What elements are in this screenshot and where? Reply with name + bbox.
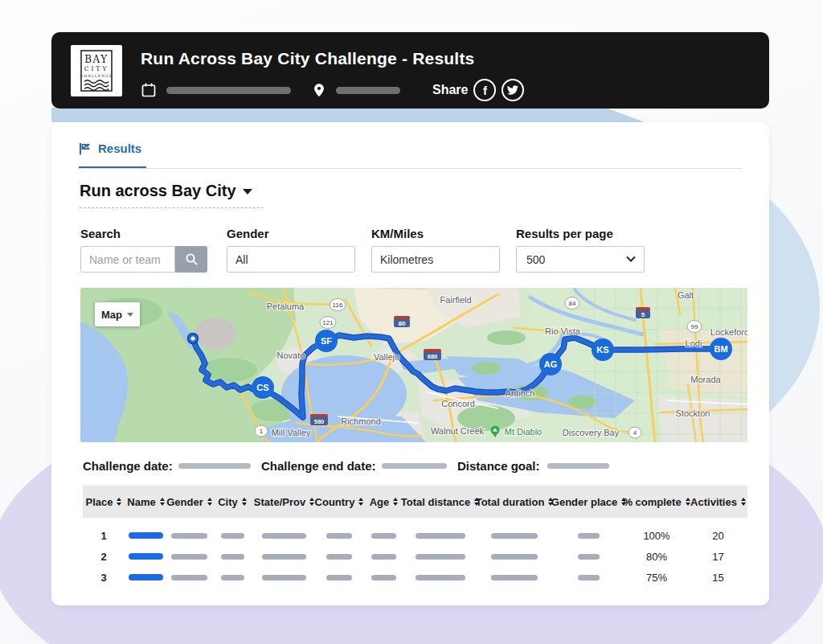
tab-results-label: Results <box>98 142 141 155</box>
map-label-lodi: Lodi <box>686 338 702 348</box>
table-row[interactable]: 3 75% 15 <box>83 567 747 588</box>
page: BAY CITY CHALLENGE Run Across Bay City C… <box>0 0 823 644</box>
tab-results[interactable]: Results <box>79 142 141 155</box>
map-label-novato: Novato <box>277 351 305 360</box>
svg-text:580: 580 <box>314 418 325 425</box>
per-page-select[interactable]: 500 <box>516 246 645 273</box>
city-placeholder-bar <box>221 533 244 539</box>
sort-icon <box>393 498 398 506</box>
location-pin-icon <box>312 82 326 98</box>
map-label-rio-vista: Rio Vista <box>545 326 581 336</box>
column-header-state[interactable]: State/Prov <box>253 496 315 508</box>
interstate-shield-580: 580 <box>310 414 328 425</box>
svg-text:5: 5 <box>641 311 645 318</box>
tab-divider <box>79 168 742 169</box>
svg-text:BM: BM <box>714 344 727 354</box>
column-header-name[interactable]: Name <box>125 496 167 508</box>
country-placeholder-bar <box>326 575 352 580</box>
age-placeholder-bar <box>371 575 396 580</box>
map-label-mill-valley: Mill Valley <box>272 428 311 437</box>
svg-text:KS: KS <box>596 345 608 355</box>
challenge-title-dropdown[interactable]: Run across Bay City <box>80 182 264 208</box>
map-label-concord: Concord <box>441 399 475 408</box>
units-label: KM/Miles <box>371 227 424 240</box>
city-placeholder-bar <box>221 554 244 560</box>
distance-goal-label: Distance goal: <box>457 459 540 473</box>
column-header-percent-complete[interactable]: % complete <box>624 496 689 508</box>
percent-complete-cell: 75% <box>624 572 689 584</box>
interstate-shield-680: 680 <box>424 349 441 360</box>
table-row[interactable]: 2 80% 17 <box>83 546 747 567</box>
results-card: Results Run across Bay City Search Gende… <box>51 122 769 605</box>
challenge-end-date-bar <box>382 463 447 469</box>
logo-graphic: BAY CITY CHALLENGE <box>71 45 122 96</box>
name-placeholder-bar <box>129 574 163 580</box>
caret-down-icon <box>243 189 252 195</box>
gender-place-placeholder-bar <box>578 554 600 560</box>
milestone-marker-bm[interactable]: BM <box>710 338 732 360</box>
twitter-icon <box>507 85 518 95</box>
duration-placeholder-bar <box>491 533 538 539</box>
milestone-marker-ag[interactable]: AG <box>539 353 562 375</box>
route-start-marker[interactable] <box>188 334 199 344</box>
map-label-morada: Morada <box>690 375 721 384</box>
map-canvas: 116 121 84 99 1 4 <box>80 288 747 442</box>
activities-cell: 17 <box>689 551 747 563</box>
name-placeholder-bar <box>129 553 163 560</box>
svg-text:121: 121 <box>322 319 334 326</box>
svg-text:Mt Diablo: Mt Diablo <box>505 427 542 437</box>
column-header-age[interactable]: Age <box>363 496 404 508</box>
map-type-button[interactable]: Map <box>95 302 140 326</box>
distance-placeholder-bar <box>416 575 465 580</box>
facebook-share-button[interactable]: f <box>473 79 496 101</box>
distance-placeholder-bar <box>416 533 465 539</box>
gender-input[interactable] <box>227 246 355 273</box>
column-header-city[interactable]: City <box>211 496 253 508</box>
gender-place-placeholder-bar <box>578 533 600 539</box>
column-header-country[interactable]: Country <box>315 496 363 508</box>
column-header-total-duration[interactable]: Total duration <box>476 496 553 508</box>
highway-shield-121: 121 <box>320 317 336 329</box>
search-icon <box>185 252 199 266</box>
background-blob-wedge <box>51 108 646 122</box>
challenge-date-label: Challenge date: <box>83 459 173 473</box>
highway-shield-84: 84 <box>565 297 579 310</box>
table-row[interactable]: 1 100% 20 <box>83 525 747 546</box>
location-placeholder-bar <box>336 87 400 94</box>
svg-text:680: 680 <box>428 353 438 360</box>
interstate-shield-80: 80 <box>394 316 410 327</box>
duration-placeholder-bar <box>491 575 538 580</box>
milestone-marker-cs[interactable]: CS <box>252 376 274 399</box>
column-header-gender[interactable]: Gender <box>167 496 211 508</box>
map-label-vallejo: Vallejo <box>374 352 399 362</box>
column-header-activities[interactable]: Activities <box>689 496 747 508</box>
route-map[interactable]: 116 121 84 99 1 4 <box>80 288 747 442</box>
sort-icon <box>242 498 247 506</box>
svg-text:BAY: BAY <box>84 54 108 65</box>
milestone-marker-ks[interactable]: KS <box>592 338 614 361</box>
caret-down-icon <box>127 313 133 317</box>
milestone-marker-sf[interactable]: SF <box>315 330 338 352</box>
highway-shield-116: 116 <box>330 299 346 311</box>
share-label: Share <box>432 83 468 97</box>
column-header-total-distance[interactable]: Total distance <box>404 496 476 508</box>
search-button[interactable] <box>175 246 207 273</box>
search-input[interactable] <box>80 246 175 273</box>
twitter-share-button[interactable] <box>502 79 524 101</box>
duration-placeholder-bar <box>491 554 538 560</box>
table-header-row: Place Name Gender City State/Prov Countr… <box>83 486 747 518</box>
highway-shield-99: 99 <box>687 321 702 333</box>
header-meta-row: Share f <box>141 79 524 101</box>
calendar-icon <box>141 82 157 98</box>
column-header-gender-place[interactable]: Gender place <box>553 496 624 508</box>
gender-placeholder-bar <box>171 554 207 560</box>
map-label-richmond: Richmond <box>341 416 381 426</box>
distance-goal-bar <box>547 463 609 469</box>
challenge-title-text: Run across Bay City <box>80 182 236 199</box>
distance-placeholder-bar <box>416 554 465 560</box>
state-placeholder-bar <box>262 533 306 539</box>
column-header-place[interactable]: Place <box>83 496 125 508</box>
units-input[interactable] <box>371 246 500 273</box>
map-label-lockeford: Lockeford <box>710 327 747 337</box>
sort-icon <box>741 498 746 506</box>
